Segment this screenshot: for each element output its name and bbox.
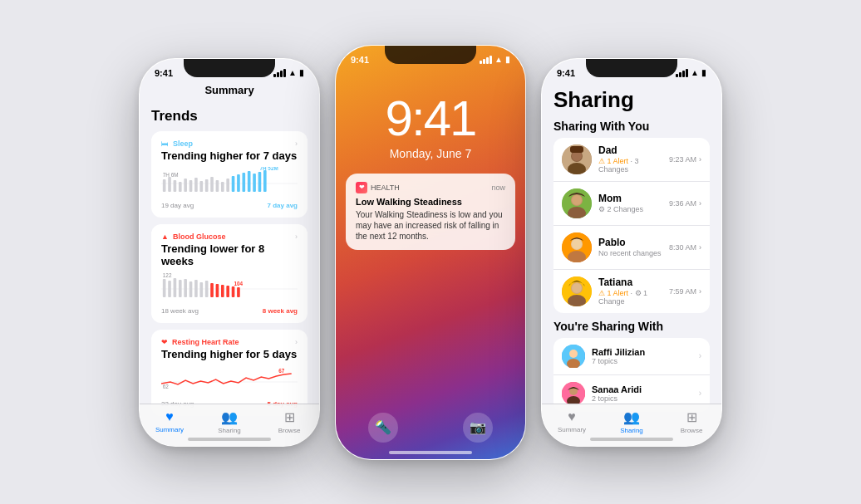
heart-chevron: › xyxy=(295,338,298,346)
mom-chevron: › xyxy=(699,199,701,208)
lock-time-display: 9:41 Monday, June 7 xyxy=(336,94,525,160)
dad-time-text: 9:23 AM xyxy=(669,155,696,164)
glucose-label: Blood Glucose xyxy=(173,232,226,241)
tatiana-time-text: 7:59 AM xyxy=(669,287,696,296)
nav-browse-label-1: Browse xyxy=(278,427,301,434)
svg-rect-3 xyxy=(174,180,177,192)
mom-detail: ⚙ 2 Changes xyxy=(598,205,662,213)
sharing-nav-icon-1: 👥 xyxy=(221,409,238,425)
sharing-nav-icon-3: 👥 xyxy=(623,409,640,425)
status-icons-2: ▲ ▮ xyxy=(480,55,510,64)
home-indicator-1 xyxy=(188,438,271,441)
person-dad[interactable]: Dad ⚠ 1 Alert · 3 Changes 9:23 AM › xyxy=(554,138,710,182)
blood-glucose-card[interactable]: ▲ Blood Glucose › Trending lower for 8 w… xyxy=(151,224,308,323)
camera-icon[interactable]: 📷 xyxy=(463,413,493,443)
svg-rect-18 xyxy=(253,174,256,192)
sleep-chart: 7H 6M 7H 52M xyxy=(161,167,298,198)
nav-browse-3[interactable]: ⊞ Browse xyxy=(662,409,721,434)
mom-name: Mom xyxy=(598,193,662,204)
sharing-screen: 9:41 ▲ ▮ Sharing Sharing With You xyxy=(542,59,721,446)
person-raffi[interactable]: Raffi Jilizian 7 topics › xyxy=(554,338,710,375)
notif-app: ❤ Health xyxy=(356,182,400,193)
avatar-pablo xyxy=(562,232,592,262)
heart-icon: ❤ xyxy=(161,338,168,346)
sharing-page-title: Sharing xyxy=(554,82,710,120)
status-icons-1: ▲ ▮ xyxy=(273,68,304,77)
sanaa-info: Sanaa Aridi 2 topics xyxy=(592,384,692,403)
dad-detail: ⚠ 1 Alert · 3 Changes xyxy=(598,157,662,174)
nav-title: Summary xyxy=(140,82,319,101)
status-time-1: 9:41 xyxy=(155,68,173,78)
glucose-title: Trending lower for 8 weeks xyxy=(161,242,298,267)
raffi-detail: 7 topics xyxy=(592,357,692,365)
phone-health-summary: 9:41 ▲ ▮ Summary Trends 🛏 xyxy=(139,58,320,447)
svg-text:7H 52M: 7H 52M xyxy=(259,167,278,171)
svg-rect-48 xyxy=(570,146,583,153)
svg-point-60 xyxy=(572,283,582,293)
svg-text:67: 67 xyxy=(278,367,284,373)
svg-rect-37 xyxy=(232,286,235,297)
glucose-chart: 122 104 xyxy=(161,272,298,304)
sanaa-name: Sanaa Aridi xyxy=(592,384,692,394)
svg-rect-33 xyxy=(210,283,214,297)
battery-icon: ▮ xyxy=(299,68,304,77)
svg-rect-34 xyxy=(216,284,219,297)
raffi-info: Raffi Jilizian 7 topics xyxy=(592,347,692,365)
nav-sharing-1[interactable]: 👥 Sharing xyxy=(199,409,259,434)
svg-text:62: 62 xyxy=(163,383,169,389)
notif-app-name: Health xyxy=(371,183,400,192)
avatar-mom xyxy=(562,188,592,218)
svg-rect-16 xyxy=(242,173,245,192)
svg-rect-15 xyxy=(237,174,240,192)
svg-rect-10 xyxy=(210,177,214,192)
svg-text:7H 6M: 7H 6M xyxy=(163,171,179,177)
tatiana-name: Tatiana xyxy=(598,276,662,288)
lock-time: 9:41 xyxy=(336,94,525,144)
mom-changes: ⚙ 2 Changes xyxy=(598,205,643,213)
home-indicator-2 xyxy=(389,451,472,454)
pablo-info: Pablo No recent changes xyxy=(598,237,662,257)
status-icons-3: ▲ ▮ xyxy=(676,68,706,77)
svg-rect-12 xyxy=(221,182,224,192)
nav-summary-3[interactable]: ♥ Summary xyxy=(542,409,602,434)
person-tatiana[interactable]: Tatiana ⚠ 1 Alert · ⚙ 1 Change 7:59 AM › xyxy=(554,270,710,313)
notification-card[interactable]: ❤ Health now Low Walking Steadiness Your… xyxy=(346,174,515,250)
nav-summary-label-1: Summary xyxy=(155,426,184,433)
sleep-trend-card[interactable]: 🛏 Sleep › Trending higher for 7 days xyxy=(151,131,308,218)
person-pablo[interactable]: Pablo No recent changes 8:30 AM › xyxy=(554,226,710,270)
notif-header: ❤ Health now xyxy=(356,182,505,193)
nav-browse-label-3: Browse xyxy=(681,427,703,434)
youre-sharing-title: You're Sharing With xyxy=(554,320,710,333)
svg-rect-9 xyxy=(205,179,209,192)
svg-rect-4 xyxy=(179,182,182,192)
glucose-chevron: › xyxy=(295,232,298,241)
pablo-time-text: 8:30 AM xyxy=(669,243,696,252)
dad-name: Dad xyxy=(598,144,662,156)
nav-sharing-3[interactable]: 👥 Sharing xyxy=(602,409,662,434)
avatar-tatiana xyxy=(562,276,592,306)
nav-browse-1[interactable]: ⊞ Browse xyxy=(259,409,319,434)
flashlight-icon[interactable]: 🔦 xyxy=(368,413,398,443)
browse-nav-icon-3: ⊞ xyxy=(686,409,697,425)
svg-rect-13 xyxy=(226,179,229,192)
nav-summary-1[interactable]: ♥ Summary xyxy=(140,409,199,434)
phone-sharing: 9:41 ▲ ▮ Sharing Sharing With You xyxy=(541,58,722,447)
svg-rect-30 xyxy=(194,280,198,297)
health-app-icon: ❤ xyxy=(356,182,367,193)
sleep-icon: 🛏 xyxy=(161,139,169,148)
person-mom[interactable]: Mom ⚙ 2 Changes 9:36 AM › xyxy=(554,182,710,226)
glucose-left-label: 18 week avg xyxy=(161,307,199,315)
pablo-changes: No recent changes xyxy=(598,249,662,257)
pablo-time: 8:30 AM › xyxy=(669,243,701,252)
battery-icon-3: ▮ xyxy=(701,68,706,77)
heart-title: Trending higher for 5 days xyxy=(161,348,298,360)
svg-rect-35 xyxy=(221,285,224,297)
heart-chart: 62 67 xyxy=(161,365,298,397)
svg-rect-7 xyxy=(194,178,198,192)
svg-point-62 xyxy=(569,350,578,358)
battery-icon-2: ▮ xyxy=(505,55,510,64)
sleep-label: Sleep xyxy=(173,139,193,148)
heart-label: Resting Heart Rate xyxy=(172,338,239,346)
sleep-right-label: 7 day avg xyxy=(268,202,298,209)
svg-rect-29 xyxy=(189,281,193,297)
